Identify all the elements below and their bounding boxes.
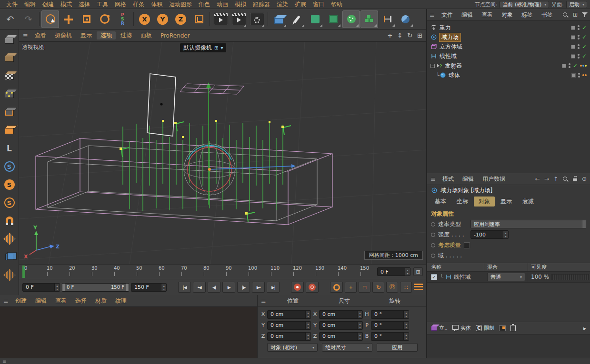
spinner[interactable]: ▴▾ — [357, 322, 362, 329]
viewport-menu-display[interactable]: 显示 — [77, 31, 96, 39]
forward-icon[interactable]: → — [544, 176, 549, 182]
enabled-check-icon[interactable]: ✓ — [573, 63, 578, 69]
spinner[interactable]: ▴▾ — [403, 322, 409, 329]
menu-character[interactable]: 角色 — [195, 0, 213, 9]
keyframe-dot[interactable] — [431, 222, 435, 226]
spinner[interactable]: ▴▾ — [161, 284, 166, 291]
enabled-check-icon[interactable]: ✓ — [582, 34, 587, 40]
visibility-dots[interactable] — [578, 25, 580, 30]
record-button[interactable] — [291, 282, 304, 293]
rotation-h-field[interactable]: 0 °▴▾ — [371, 310, 409, 319]
rotate-tool-button[interactable] — [96, 10, 113, 28]
viewport-menu-prorender[interactable]: ProRender — [157, 32, 194, 39]
material-menu-texture[interactable]: 纹理 — [111, 297, 130, 305]
toggle-layout-icon[interactable]: ⊞ — [417, 32, 422, 39]
field-corner-handles[interactable] — [121, 122, 291, 222]
visibility-value[interactable]: 100 % — [531, 274, 549, 280]
quantize-button[interactable] — [1, 231, 18, 247]
viewport-menu-options[interactable]: 选项 — [97, 31, 116, 39]
keyframe-selection-button[interactable] — [306, 282, 319, 293]
spinner[interactable]: ▴▾ — [503, 231, 508, 238]
model-mode-button[interactable] — [1, 50, 18, 66]
preview-range-slider[interactable]: 0 F150 F — [62, 283, 129, 292]
scale-tool-button[interactable] — [78, 10, 95, 28]
solo-single-button[interactable]: S — [1, 177, 18, 193]
filter-icon[interactable] — [582, 12, 588, 18]
menu-mode[interactable]: 模式 — [57, 0, 75, 9]
size-mode-select[interactable]: 绝对尺寸▾ — [322, 343, 372, 352]
strength-field[interactable]: -100▴▾ — [470, 230, 509, 239]
hamburger-icon[interactable]: ≡ — [430, 11, 435, 19]
layer-chip[interactable] — [571, 26, 575, 30]
tab-object[interactable]: 对象 — [474, 197, 495, 207]
particle-tag-icon[interactable] — [580, 65, 587, 67]
collapse-icon[interactable]: − — [430, 64, 435, 68]
tab-display[interactable]: 显示 — [496, 197, 517, 207]
size-z-field[interactable]: 0 cm▴▾ — [319, 332, 363, 341]
toggle-scale-button[interactable]: □ — [359, 282, 370, 293]
next-frame-button[interactable]: |▶ — [237, 282, 250, 293]
menu-tracker[interactable]: 跟踪器 — [250, 0, 273, 9]
prev-key-button[interactable]: •◀ — [193, 282, 206, 293]
size-y-field[interactable]: 0 cm▴▾ — [319, 321, 363, 330]
solid-button[interactable]: 实体 — [452, 325, 471, 332]
visibility-dots[interactable] — [578, 73, 580, 78]
autokey-button[interactable] — [330, 282, 343, 293]
menu-render[interactable]: 渲染 — [273, 0, 291, 9]
edges-mode-button[interactable] — [1, 104, 18, 120]
menu-volume[interactable]: 体积 — [148, 0, 166, 9]
solo-hierarchy-button[interactable]: S — [1, 195, 18, 211]
visibility-dots[interactable] — [578, 35, 580, 39]
array-button[interactable] — [360, 10, 378, 28]
viewport-menu-filter[interactable]: 过滤 — [117, 31, 136, 39]
object-row-linear-field[interactable]: 线性域 ✓ — [427, 51, 590, 61]
axis-mode-button[interactable]: L — [1, 140, 18, 157]
object-row-sphere[interactable]: └ 球体 — [427, 70, 590, 80]
material-menu-material[interactable]: 材质 — [91, 297, 110, 305]
workplane-lock-button[interactable] — [1, 267, 18, 283]
rotation-b-field[interactable]: 0 °▴▾ — [371, 332, 409, 341]
object-row-gravity[interactable]: 重力 ✓ — [427, 23, 590, 32]
position-x-field[interactable]: 0 cm▴▾ — [267, 310, 311, 319]
search-icon[interactable] — [562, 176, 569, 182]
menu-mesh[interactable]: 网格 — [111, 0, 130, 9]
spinner[interactable]: ▴▾ — [305, 333, 310, 340]
render-settings-button[interactable] — [248, 10, 266, 28]
menu-spline[interactable]: 样条 — [130, 0, 148, 9]
toggle-position-button[interactable]: + — [345, 282, 357, 293]
prev-frame-button[interactable]: ◀| — [208, 282, 220, 293]
position-mode-select[interactable]: 对象 (相对)▾ — [267, 343, 318, 352]
texture-mode-button[interactable] — [1, 68, 18, 84]
range-handle-right[interactable] — [126, 284, 129, 291]
toggle-pla-button[interactable]: ∷ — [400, 282, 412, 293]
pan-view-icon[interactable]: + — [387, 32, 392, 39]
keyframe-dot[interactable] — [431, 243, 435, 247]
field-button[interactable] — [379, 10, 396, 28]
material-menu-create[interactable]: 创建 — [11, 297, 30, 305]
enabled-check-icon[interactable]: ✓ — [582, 53, 587, 59]
keyframe-dot[interactable] — [431, 254, 435, 258]
field-enabled-checkbox[interactable]: ✓ — [431, 274, 437, 280]
lock-x-button[interactable]: X — [136, 10, 153, 28]
tab-falloff[interactable]: 衰减 — [518, 197, 539, 207]
layer-chip[interactable] — [571, 45, 575, 49]
camera-badge[interactable]: 默认摄像机 ⊞ ▾ — [180, 43, 226, 52]
viewport-menu-view[interactable]: 查看 — [31, 31, 50, 39]
panel-icon[interactable]: ⊞ — [573, 11, 578, 18]
consider-mass-checkbox[interactable] — [464, 242, 470, 248]
apply-button[interactable]: 应用 — [377, 343, 418, 352]
attribute-menu-userdata[interactable]: 用户数据 — [479, 175, 509, 183]
phong-tag-icon[interactable] — [582, 74, 587, 76]
play-button[interactable]: ▶ — [222, 282, 235, 293]
object-menu-bookmarks[interactable]: 书签 — [538, 11, 557, 19]
primitive-cube-button[interactable] — [270, 10, 288, 28]
position-z-field[interactable]: 0 cm▴▾ — [267, 332, 311, 341]
axis-gizmo[interactable] — [206, 82, 296, 205]
visibility-dots[interactable] — [578, 44, 580, 49]
interface-select[interactable]: 启动 ▾ — [566, 1, 587, 8]
attribute-menu-edit[interactable]: 编辑 — [459, 175, 478, 183]
dynamics-button[interactable] — [397, 10, 414, 28]
rotation-p-field[interactable]: 0 °▴▾ — [371, 321, 409, 330]
viewport-menu-camera[interactable]: 摄像机 — [51, 31, 76, 39]
viewport-menu-panel[interactable]: 面板 — [137, 31, 156, 39]
